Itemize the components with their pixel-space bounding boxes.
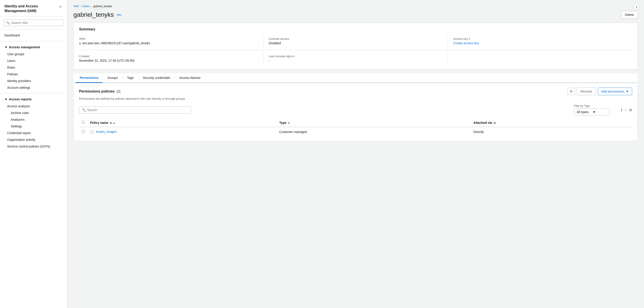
tab-security-credentials-label: Security credentials	[143, 76, 170, 80]
summary-card: Summary ARN ⧉ arn:aws:iam::466298231187:…	[74, 22, 638, 69]
sidebar-item-identity-providers[interactable]: Identity providers	[0, 78, 67, 84]
permissions-title: Permissions policies (2)	[79, 89, 120, 93]
row-checkbox-cell	[79, 127, 87, 136]
filter-by-type-label: Filter by Type	[574, 104, 610, 108]
sidebar-section-access-reports[interactable]: ▼ Access reports	[0, 96, 67, 103]
sidebar-search-area: 🔍	[0, 16, 67, 29]
page-number: 1	[621, 108, 622, 112]
summary-console-access-cell: Console access Disabled	[263, 35, 448, 48]
select-all-checkbox[interactable]	[82, 121, 85, 124]
permissions-subtitle: Permissions are defined by policies atta…	[79, 97, 632, 100]
chevron-down-icon-add: ▼	[626, 90, 629, 93]
page-title: gabriel_tenyks	[74, 11, 114, 18]
policy-table: Policy name ⧉ ▲ Type ▼ Attached via ⧉	[79, 119, 632, 136]
filter-type-area: Filter by Type All types ▼	[574, 104, 610, 116]
tab-access-advisor-label: Access Advisor	[179, 76, 201, 80]
tab-divider-4	[175, 76, 175, 80]
sidebar-item-dashboard[interactable]: Dashboard	[0, 32, 67, 39]
tab-divider-3	[138, 76, 138, 80]
table-settings-button[interactable]: ⚙	[629, 108, 632, 112]
add-permissions-button[interactable]: Add permissions ▼	[598, 88, 632, 95]
policy-search-box: 🔍	[79, 106, 191, 114]
copy-icon[interactable]: ⧉	[79, 42, 81, 45]
summary-arn-cell: ARN ⧉ arn:aws:iam::466298231187:user/gab…	[79, 35, 263, 48]
policy-name-link[interactable]: tenyks_images	[96, 130, 117, 134]
breadcrumb-current: gabriel_tenyks	[94, 4, 112, 8]
pagination: ‹ 1 › ⚙	[616, 108, 632, 112]
tab-access-advisor[interactable]: Access Advisor	[175, 73, 205, 83]
type-select-dropdown[interactable]: All types ▼	[574, 108, 610, 116]
permissions-header: Permissions policies (2) ↻ Remove Add pe…	[79, 88, 632, 95]
row-type-cell: Customer managed	[276, 127, 471, 136]
col-attached-via-header: Attached via ⧉	[471, 119, 632, 127]
tab-security-credentials[interactable]: Security credentials	[139, 73, 174, 83]
delete-button[interactable]: Delete	[621, 11, 638, 18]
sidebar-item-access-analyzer[interactable]: Access analyzer	[0, 103, 67, 110]
summary-created-cell: Created November 22, 2023, 17:36 (UTC-05…	[79, 52, 263, 65]
permissions-title-text: Permissions policies	[79, 89, 115, 93]
sort-asc-icon: ▲	[113, 122, 115, 124]
info-circle-icon: ℹ	[636, 5, 637, 8]
sidebar-item-credential-report[interactable]: Credential report	[0, 130, 67, 136]
remove-button[interactable]: Remove	[577, 88, 596, 95]
sidebar-item-account-settings[interactable]: Account settings	[0, 84, 67, 91]
policy-search-icon: 🔍	[82, 108, 86, 112]
col-policy-name-label: Policy name	[90, 121, 108, 125]
page-title-row: gabriel_tenyks Info	[74, 11, 121, 18]
sidebar-item-policies[interactable]: Policies	[0, 71, 67, 78]
permissions-card: Permissions policies (2) ↻ Remove Add pe…	[74, 83, 638, 141]
breadcrumb-sep-1: ›	[80, 5, 81, 8]
create-access-key-link[interactable]: Create access key	[453, 41, 479, 45]
tab-divider-1	[103, 76, 103, 80]
refresh-button[interactable]: ↻	[568, 88, 575, 95]
tab-permissions[interactable]: Permissions	[76, 73, 102, 83]
tab-groups-label: Groups	[108, 76, 118, 80]
arn-value-row: ⧉ arn:aws:iam::466298231187:user/gabriel…	[79, 41, 260, 45]
tab-divider-2	[122, 76, 122, 80]
col-type-header[interactable]: Type ▼	[276, 119, 471, 127]
page-header: gabriel_tenyks Info Delete	[74, 11, 638, 18]
col-attached-via-label: Attached via	[473, 121, 492, 125]
breadcrumb: IAM › Users › gabriel_tenyks	[74, 4, 638, 8]
tab-groups[interactable]: Groups	[104, 73, 122, 83]
sidebar-section-label: Access management	[9, 45, 40, 49]
summary-title: Summary	[79, 27, 632, 31]
prev-page-button[interactable]: ‹	[616, 108, 619, 112]
chevron-down-icon-type: ▼	[593, 110, 607, 114]
breadcrumb-users-link[interactable]: Users	[82, 4, 90, 8]
sidebar-item-service-control-policies[interactable]: Service control policies (SCPs)	[0, 143, 67, 150]
sidebar-item-settings[interactable]: Settings	[0, 123, 67, 130]
sidebar-item-roles[interactable]: Roles	[0, 64, 67, 71]
sidebar-item-organization-activity[interactable]: Organization activity	[0, 136, 67, 143]
sidebar-close-button[interactable]: ×	[58, 4, 62, 10]
breadcrumb-iam-link[interactable]: IAM	[74, 4, 78, 8]
all-types-label: All types	[577, 110, 591, 114]
tab-tags[interactable]: Tags	[123, 73, 138, 83]
chevron-down-icon-reports: ▼	[4, 97, 8, 101]
row-policy-name-cell: + tenyks_images	[87, 127, 276, 136]
refresh-icon: ↻	[570, 90, 572, 93]
last-signin-value: -	[269, 59, 444, 62]
search-input[interactable]	[11, 21, 61, 25]
col-type-label: Type	[279, 121, 286, 125]
sidebar-item-archive-rules[interactable]: Archive rules	[0, 110, 67, 116]
sidebar: Identity and Access Management (IAM) × 🔍…	[0, 0, 67, 308]
info-badge[interactable]: Info	[117, 13, 122, 16]
search-icon: 🔍	[6, 21, 10, 25]
policy-search-input[interactable]	[87, 108, 188, 112]
expand-icon[interactable]: +	[90, 130, 94, 134]
console-access-value: Disabled	[269, 41, 444, 45]
tab-permissions-label: Permissions	[80, 76, 98, 80]
main-content: IAM › Users › gabriel_tenyks gabriel_ten…	[67, 0, 644, 308]
next-page-button[interactable]: ›	[624, 108, 627, 112]
help-icon-button[interactable]: ℹ	[633, 3, 640, 10]
sidebar-section-access-management[interactable]: ▼ Access management	[0, 44, 67, 51]
sidebar-item-users[interactable]: Users	[0, 57, 67, 64]
table-header-row: Policy name ⧉ ▲ Type ▼ Attached via ⧉	[79, 119, 632, 127]
table-row: + tenyks_images Customer managed Directl…	[79, 127, 632, 136]
sidebar-item-user-groups[interactable]: User groups	[0, 51, 67, 57]
filter-row: 🔍 Filter by Type All types ▼ ‹ 1 › ⚙	[79, 104, 632, 116]
col-policy-name-header[interactable]: Policy name ⧉ ▲	[87, 119, 276, 127]
row-checkbox[interactable]	[82, 130, 85, 133]
sidebar-item-analyzers[interactable]: Analyzers	[0, 116, 67, 123]
